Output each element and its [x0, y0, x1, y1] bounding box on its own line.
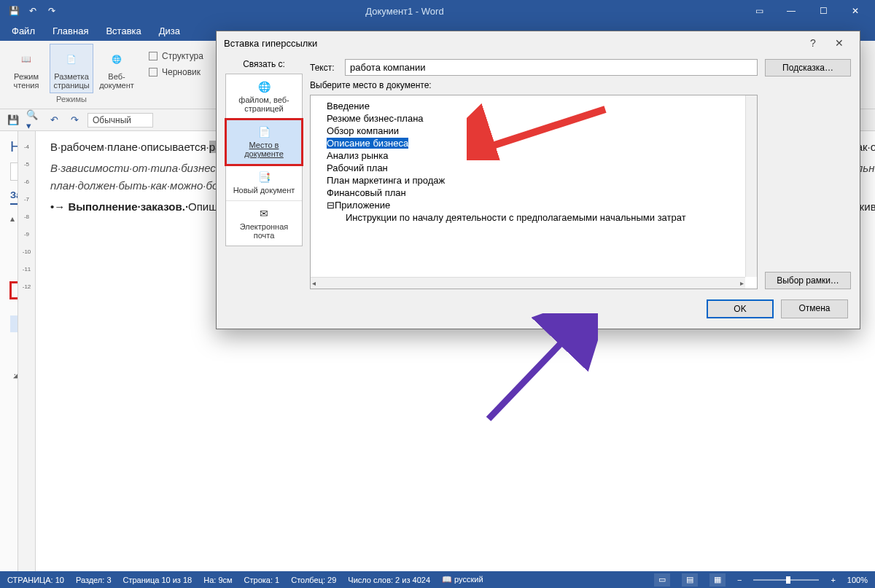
tab-file[interactable]: Файл — [3, 23, 44, 41]
nav-item[interactable]: Введение — [10, 232, 18, 248]
checkbox-icon — [149, 68, 158, 77]
status-page[interactable]: СТРАНИЦА: 10 — [7, 576, 64, 584]
view-print-icon[interactable]: ▤ — [682, 573, 698, 587]
tree-item-label: Введение — [327, 101, 370, 111]
status-at[interactable]: На: 9см — [203, 576, 232, 584]
nav-item[interactable]: 2. Обзор компании — [10, 265, 18, 282]
view-read-icon[interactable]: ▭ — [654, 573, 670, 587]
ruler-tick: -6 — [18, 173, 35, 191]
web-layout-button[interactable]: 🌐 Веб- документ — [95, 44, 139, 93]
nav-item[interactable]: Инструкции по началу деятельности с… — [10, 383, 18, 399]
cancel-button[interactable]: Отмена — [781, 299, 848, 318]
ruler-tick: -4 — [18, 138, 35, 156]
status-bar: СТРАНИЦА: 10 Раздел: 3 Страница 10 из 18… — [0, 571, 875, 588]
text-row: Текст: — [310, 59, 758, 76]
nav-item[interactable]: 7. Финансовый план — [10, 349, 18, 366]
nav-item[interactable]: 4. Анализ рынка — [10, 299, 18, 315]
find-icon[interactable]: 🔍▾ — [26, 113, 41, 128]
tree-item[interactable]: План маркетинга и продаж — [322, 174, 754, 187]
redo-icon[interactable]: ↷ — [44, 3, 60, 19]
ok-button[interactable]: OK — [707, 299, 774, 318]
view-web-icon[interactable]: ▦ — [709, 573, 726, 587]
tree-item[interactable]: ⊟ Приложение — [322, 199, 754, 211]
place-in-doc-tree[interactable]: ВведениеРезюме бизнес-планаОбзор компани… — [310, 95, 758, 289]
web-layout-icon: 🌐 — [105, 47, 128, 71]
text-run-bold: Выполнение·заказов.· — [68, 200, 188, 213]
tree-item[interactable]: Описание бизнеса — [322, 137, 754, 149]
link-to-email[interactable]: ✉Электронная почта — [226, 201, 302, 246]
ribbon-options-icon[interactable]: ▭ — [744, 2, 774, 20]
link-to-place-in-doc[interactable]: 📄Место в документе — [226, 119, 302, 165]
undo-icon[interactable]: ↶ — [47, 113, 61, 128]
display-text-input[interactable] — [345, 59, 758, 76]
structure-button[interactable]: Структура — [146, 48, 206, 64]
tree-vertical-scrollbar[interactable] — [745, 95, 757, 277]
nav-item[interactable]: Инструкция для начала работы по пр… — [10, 399, 18, 416]
link-to-file-web[interactable]: 🌐файлом, веб- страницей — [226, 74, 302, 119]
maximize-icon[interactable]: ☐ — [808, 2, 839, 20]
tree-item-label: Рабочий план — [327, 162, 388, 173]
tree-item-label: План маркетинга и продаж — [327, 175, 445, 186]
dialog-help-icon[interactable]: ? — [800, 34, 826, 52]
minimize-icon[interactable]: — — [776, 2, 806, 20]
tree-item[interactable]: Финансовый план — [322, 187, 754, 199]
tab-design[interactable]: Диза — [150, 23, 189, 41]
nav-item[interactable]: 6. План маркетинга и продаж — [10, 332, 18, 349]
target-frame-button[interactable]: Выбор рамки… — [765, 272, 851, 289]
dialog-body: Связать с: 🌐файлом, веб- страницей 📄Мест… — [217, 55, 860, 294]
ruler-tick: -7 — [18, 191, 35, 208]
nav-item[interactable]: 1. Резюме бизнес-плана — [10, 248, 18, 265]
web-layout-label: Веб- документ — [99, 72, 134, 90]
title-bar: 💾 ↶ ↷ Документ1 - Word ▭ — ☐ ✕ — [0, 0, 875, 22]
status-words[interactable]: Число слов: 2 из 4024 — [348, 576, 430, 584]
tree-item[interactable]: Резюме бизнес-плана — [322, 112, 754, 125]
page-layout-button[interactable]: 📄 Разметка страницы — [50, 44, 93, 93]
window-controls: ▭ — ☐ ✕ — [744, 2, 875, 20]
ribbon-group-views: 📖 Режим чтения 📄 Разметка страницы 🌐 Веб… — [4, 44, 139, 105]
mail-icon: ✉ — [257, 207, 271, 220]
status-lang[interactable]: 📖 русский — [442, 575, 483, 584]
nav-item[interactable]: 5. Рабочий план — [10, 315, 18, 332]
tree-item[interactable]: Введение — [322, 100, 754, 112]
nav-item[interactable]: ◢Приложение — [10, 366, 18, 383]
zoom-value[interactable]: 100% — [847, 576, 868, 584]
screentip-button[interactable]: Подсказка… — [765, 59, 851, 77]
tab-home[interactable]: Главная — [44, 23, 97, 41]
ruler-tick: -12 — [18, 278, 35, 296]
tab-insert[interactable]: Вставка — [97, 23, 149, 41]
globe-icon: 🌐 — [257, 80, 271, 93]
undo-icon[interactable]: ↶ — [25, 3, 41, 19]
tree-horizontal-scrollbar[interactable]: ◂▸ — [311, 277, 745, 289]
tree-item-label: Резюме бизнес-плана — [327, 113, 424, 124]
tree-item-label: Финансовый план — [327, 187, 406, 198]
close-icon[interactable]: ✕ — [840, 2, 871, 20]
zoom-slider[interactable] — [753, 579, 819, 581]
tree-item-label: Приложение — [335, 200, 390, 211]
nav-tab-headings[interactable]: Заголовки — [10, 189, 18, 205]
navigation-search-input[interactable] — [10, 162, 18, 181]
style-value: Обычный — [93, 115, 131, 125]
navigation-pane: Навигация Заголовки Страницы Результаты … — [0, 131, 18, 571]
link-to-new-doc[interactable]: 📑Новый документ — [226, 165, 302, 201]
tree-item[interactable]: Инструкции по началу деятельности с пред… — [322, 211, 754, 224]
text-run: В·рабочем·плане·описывается· — [50, 141, 209, 153]
dialog-close-icon[interactable]: ✕ — [826, 34, 852, 52]
status-section[interactable]: Раздел: 3 — [76, 576, 112, 584]
tree-item[interactable]: Рабочий план — [322, 162, 754, 174]
ruler-tick: -10 — [18, 243, 35, 261]
bookmark-icon: 📄 — [257, 125, 271, 138]
status-page-of[interactable]: Страница 10 из 18 — [123, 576, 192, 584]
redo-icon[interactable]: ↷ — [67, 113, 82, 128]
zoom-out-icon[interactable]: − — [737, 576, 742, 584]
tree-item[interactable]: Обзор компании — [322, 125, 754, 137]
draft-button[interactable]: Черновик — [146, 64, 203, 80]
status-line[interactable]: Строка: 1 — [244, 576, 280, 584]
nav-item[interactable]: 3. Описание бизнеса — [10, 282, 18, 299]
tree-item[interactable]: Анализ рынка — [322, 149, 754, 162]
reading-mode-button[interactable]: 📖 Режим чтения — [4, 44, 48, 93]
status-column[interactable]: Столбец: 29 — [291, 576, 336, 584]
save-icon[interactable]: 💾 — [6, 3, 22, 19]
style-selector[interactable]: Обычный — [88, 113, 153, 128]
save-icon[interactable]: 💾 — [6, 113, 20, 128]
zoom-in-icon[interactable]: + — [831, 576, 835, 584]
